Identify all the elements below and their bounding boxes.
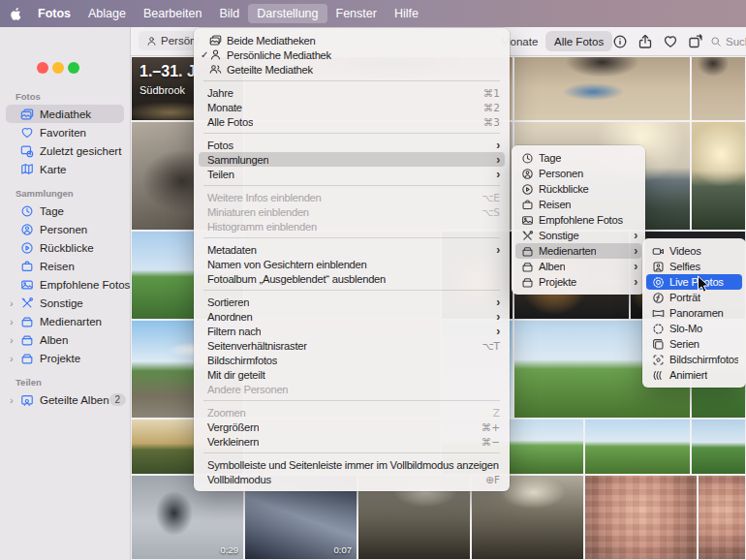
menu-item-beide-mediatheken[interactable]: Beide Mediatheken: [199, 33, 505, 47]
portrait-icon-wrap: [652, 292, 665, 304]
sidebar-item-reisen[interactable]: Reisen: [6, 257, 124, 275]
menu-item-persoenliche-mediathek[interactable]: ✓Persönliche Mediathek: [199, 47, 505, 62]
share-button[interactable]: [633, 27, 658, 55]
photo-thumbnail[interactable]: [698, 475, 746, 560]
menu-item-miniaturen-einblenden[interactable]: Miniaturen einblenden⌥S: [199, 204, 505, 219]
screenshot-icon-wrap: [652, 354, 665, 366]
menu-item-bildschirmfotos[interactable]: Bildschirmfotos: [199, 353, 505, 367]
segment-alle-fotos[interactable]: Alle Fotos: [545, 31, 612, 51]
sidebar-item-projekte[interactable]: ›Projekte: [6, 349, 124, 367]
menu-item-bildschirmfotos[interactable]: Bildschirmfotos: [646, 352, 742, 367]
box-icon: [20, 352, 34, 365]
menu-item-seitenverhaeltnisraster[interactable]: Seitenverhältnisraster⌥T: [199, 338, 505, 353]
favorite-button[interactable]: [658, 27, 683, 55]
screenshot-icon: [652, 354, 665, 366]
menu-item-personen[interactable]: Personen: [515, 166, 641, 181]
menu-item-label: Persönliche Mediathek: [227, 49, 331, 61]
suitcase-icon-wrap: [521, 199, 534, 211]
menubar-item-fotos[interactable]: Fotos: [29, 4, 79, 23]
menu-item-sonstige[interactable]: Sonstige›: [515, 228, 641, 243]
menu-item-live-photos[interactable]: Live Photos: [646, 274, 742, 290]
photo-thumbnail[interactable]: [691, 121, 746, 231]
photos-stack-icon: [20, 108, 34, 121]
apple-menu[interactable]: [0, 7, 29, 21]
menu-item-anordnen[interactable]: Anordnen›: [199, 309, 505, 324]
menu-item-histogramm-einblenden[interactable]: Histogramm einblenden: [199, 219, 505, 233]
menu-item-portraet[interactable]: Porträt: [646, 290, 742, 305]
menu-item-slo-mo[interactable]: Slo-Mo: [646, 321, 742, 336]
menu-item-fotos[interactable]: Fotos›: [199, 138, 505, 152]
menubar-item-fenster[interactable]: Fenster: [327, 4, 386, 23]
menu-item-selfies[interactable]: Selfies: [646, 259, 742, 274]
sidebar-item-karte[interactable]: Karte: [6, 160, 124, 178]
menu-item-animiert[interactable]: Animiert: [646, 367, 742, 383]
slomo-icon-wrap: [652, 323, 665, 335]
rotate-button[interactable]: [683, 27, 708, 55]
menu-item-filtern-nach[interactable]: Filtern nach›: [199, 324, 505, 338]
menubar-item-ablage[interactable]: Ablage: [79, 4, 135, 23]
menu-item-metadaten[interactable]: Metadaten›: [199, 242, 505, 257]
search-field[interactable]: Such: [710, 27, 746, 55]
menu-item-vergroessern[interactable]: Vergrößern⌘+: [199, 420, 505, 434]
menu-item-andere-personen[interactable]: Andere Personen: [199, 382, 505, 396]
menubar-item-darstellung[interactable]: Darstellung: [248, 4, 326, 23]
map-icon: [20, 163, 34, 176]
menu-item-projekte[interactable]: Projekte›: [515, 274, 641, 290]
menu-item-fotoalbum-ausgeblendet-ausblenden[interactable]: Fotoalbum „Ausgeblendet“ ausblenden: [199, 271, 505, 286]
menubar-item-hilfe[interactable]: Hilfe: [386, 4, 427, 23]
photos-stack-icon-wrap: [209, 34, 222, 47]
photo-thumbnail[interactable]: [691, 56, 746, 121]
sidebar-item-alben[interactable]: ›Alben: [6, 330, 124, 349]
menu-item-label: Zoomen: [207, 407, 246, 419]
menu-item-zoomen[interactable]: ZoomenZ: [199, 405, 505, 420]
menubar-item-bearbeiten[interactable]: Bearbeiten: [135, 4, 210, 23]
menu-item-sortieren[interactable]: Sortieren›: [199, 295, 505, 309]
menu-item-verkleinern[interactable]: Verkleinern⌘−: [199, 434, 505, 449]
photo-thumbnail[interactable]: [513, 56, 691, 121]
sidebar-item-personen[interactable]: Personen: [6, 220, 124, 238]
menubar-item-bild[interactable]: Bild: [210, 4, 248, 23]
menu-item-symbolleiste-und-seitenleiste-immer-im-vollbildmodus-anzeigen[interactable]: Symbolleiste und Seitenleiste immer im V…: [199, 457, 505, 472]
menu-item-reisen[interactable]: Reisen: [515, 197, 641, 212]
window-close-button[interactable]: [37, 62, 48, 74]
shared-album-icon-wrap: [19, 393, 35, 407]
menu-item-namen-von-gesichtern-einblenden[interactable]: Namen von Gesichtern einblenden: [199, 257, 505, 271]
photo-thumbnail[interactable]: [691, 419, 746, 475]
menu-item-monate[interactable]: Monate⌘2: [199, 100, 505, 114]
menu-item-medienarten[interactable]: Medienarten›: [515, 243, 641, 259]
window-zoom-button[interactable]: [68, 62, 79, 74]
photo-thumbnail[interactable]: [584, 419, 691, 475]
video-icon: [652, 245, 665, 258]
sidebar-item-zuletzt-gesichert[interactable]: Zuletzt gesichert: [6, 141, 124, 160]
menu-item-geteilte-mediathek[interactable]: Geteilte Mediathek: [199, 62, 505, 77]
menu-item-alle-fotos[interactable]: Alle Fotos⌘3: [199, 114, 505, 129]
sidebar-item-sonstige[interactable]: ›Sonstige: [6, 294, 124, 312]
menu-item-alben[interactable]: Alben›: [515, 259, 641, 274]
menu-item-jahre[interactable]: Jahre⌘1: [199, 85, 505, 100]
sidebar-item-label: Sonstige: [40, 297, 83, 309]
menu-item-tage[interactable]: Tage: [515, 150, 641, 166]
photo-thumbnail[interactable]: [584, 475, 698, 560]
menu-item-videos[interactable]: Videos: [646, 243, 742, 259]
menu-item-weitere-infos-einblenden[interactable]: Weitere Infos einblenden⌥E: [199, 190, 505, 204]
sidebar-item-mediathek[interactable]: Mediathek: [6, 105, 124, 123]
menu-item-panoramen[interactable]: Panoramen: [646, 305, 742, 321]
sammlungen-submenu: TagePersonenRückblickeReisenEmpfohlene F…: [512, 145, 645, 295]
sidebar-item-medienarten[interactable]: ›Medienarten: [6, 312, 124, 330]
sidebar-item-geteilte-alben[interactable]: ›Geteilte Alben2: [6, 390, 124, 409]
info-button[interactable]: [607, 27, 633, 55]
menu-item-vollbildmodus[interactable]: Vollbildmodus⊕F: [199, 472, 505, 486]
sidebar-item-empfohlene-fotos[interactable]: Empfohlene Fotos: [6, 275, 124, 294]
sidebar-item-rueckblicke[interactable]: Rückblicke: [6, 238, 124, 257]
clock-icon-wrap: [19, 204, 35, 218]
menu-item-mit-dir-geteilt[interactable]: Mit dir geteilt: [199, 367, 505, 382]
menu-item-empfohlene-fotos[interactable]: Empfohlene Fotos: [515, 212, 641, 228]
menu-item-label: Panoramen: [669, 307, 724, 319]
sidebar-item-tage[interactable]: Tage: [6, 202, 124, 220]
menu-item-serien[interactable]: Serien: [646, 336, 742, 352]
window-minimize-button[interactable]: [52, 62, 64, 74]
sidebar-item-favoriten[interactable]: Favoriten: [6, 123, 124, 141]
menu-item-rueckblicke[interactable]: Rückblicke: [515, 181, 641, 197]
menu-item-sammlungen[interactable]: Sammlungen›: [199, 152, 505, 167]
menu-item-teilen[interactable]: Teilen›: [199, 167, 505, 181]
